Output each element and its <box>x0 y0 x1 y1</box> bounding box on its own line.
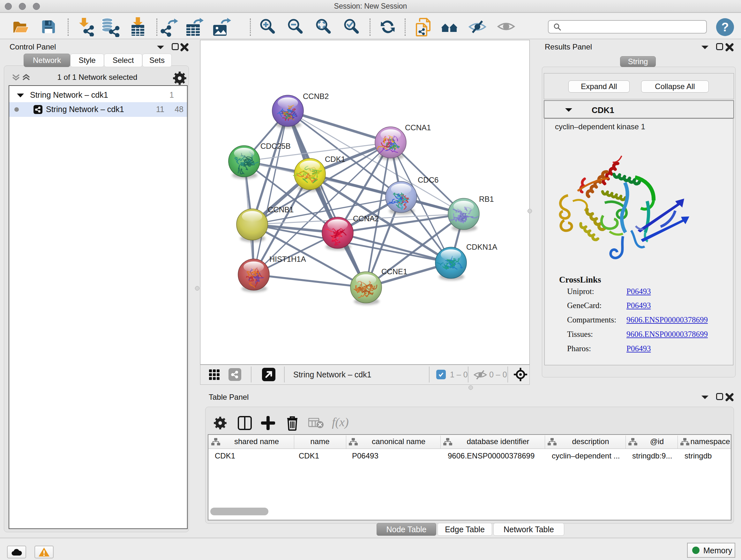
svg-text:CCNB2: CCNB2 <box>303 92 329 101</box>
svg-text:CCNB1: CCNB1 <box>268 205 293 214</box>
svg-text:CCNA1: CCNA1 <box>405 123 431 132</box>
svg-text:CDC6: CDC6 <box>418 176 439 184</box>
svg-text:CCNA2: CCNA2 <box>353 214 379 223</box>
svg-text:CDK1: CDK1 <box>325 155 345 164</box>
svg-text:CCNE1: CCNE1 <box>381 267 407 276</box>
svg-text:RB1: RB1 <box>479 195 494 203</box>
svg-text:CDKN1A: CDKN1A <box>466 243 497 251</box>
svg-text:CDC25B: CDC25B <box>260 142 291 150</box>
svg-text:HIST1H1A: HIST1H1A <box>269 255 306 263</box>
